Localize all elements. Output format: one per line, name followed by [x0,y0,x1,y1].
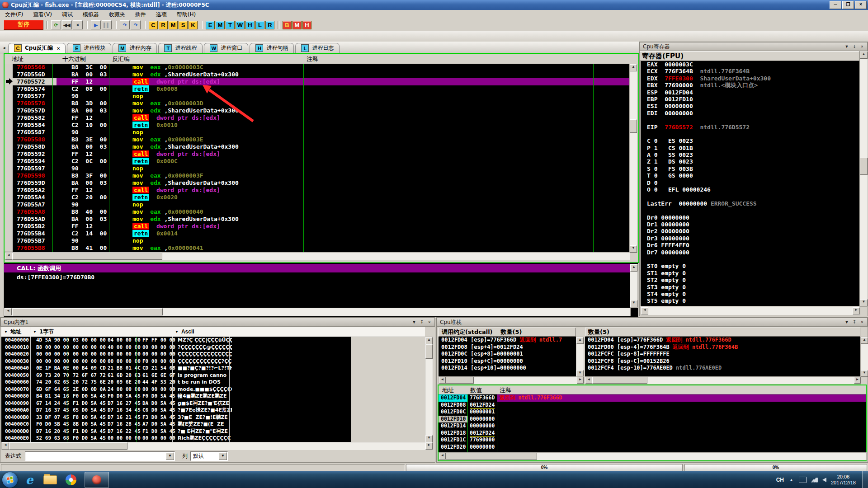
register-line[interactable] [641,131,859,137]
stack-table-row[interactable]: 0012FD180012FD24 [439,430,866,437]
stack-arg-row[interactable]: 0012FD08 [esp+4]=0012FD24 [439,344,576,351]
scroll-right-icon[interactable]: ► [853,307,860,314]
stack-returns-vscrollbar[interactable]: ▲ ▼ [860,337,868,377]
language-indicator[interactable]: CH [776,477,784,483]
register-line[interactable]: EIP 776D5572 ntdll.776D5572 [641,124,859,131]
stack-return-row[interactable]: 0012FD00 [esp-4]=776F364B 返回到 ntdll.776F… [585,344,860,351]
scroll-down-icon[interactable]: ▼ [425,435,433,442]
disasm-row[interactable]: 776D556DBA 00 03mov edx ,SharedUserData+… [5,71,629,78]
registers-hscrollbar[interactable]: ◄ ► [641,307,860,315]
taskbar-item-ie[interactable]: e [20,472,38,488]
column-value[interactable]: 数值 [470,386,482,394]
monitor-icon[interactable] [799,477,807,483]
stack-table-row[interactable]: 0012FD2000000000 [439,444,866,451]
scroll-thumb[interactable] [425,344,433,359]
column-hex[interactable]: 十六进制 [62,55,86,63]
scroll-down-icon[interactable]: ▼ [576,370,584,377]
register-line[interactable]: LastErr 00000000 ERROR_SUCCESS [641,200,859,207]
menu-item[interactable]: 帮助(H) [172,10,201,19]
toolbar-letter-b-button[interactable]: B [283,21,292,29]
disasm-row[interactable]: 776D55B4C2 14 00retn 0x0014 [5,230,629,237]
disasm-row[interactable]: 776D5582FF 12call dword ptr ds:[edx] [5,114,629,122]
scroll-up-icon[interactable]: ▲ [425,337,433,344]
memory-row[interactable]: 004000E052 69 63 68F0 D0 5A 4500 00 00 0… [1,435,351,442]
memory-row[interactable]: 0040009067 14 24 45F1 D0 5A 45D7 16 27 4… [1,400,351,407]
scroll-left-icon[interactable]: ◄ [5,253,12,260]
pin-icon[interactable]: ↧ [851,44,858,50]
disasm-row[interactable]: 776D55A4C2 20 00retn 0x0020 [5,194,629,201]
register-line[interactable]: Dr1 00000000 [641,221,859,228]
toolbar-letter-m-button[interactable]: M [169,21,178,29]
pause-icon[interactable]: ▌▌ [102,20,112,29]
scroll-thumb[interactable] [446,377,474,384]
menu-item[interactable]: 选项 [151,10,172,19]
column-disasm[interactable]: 反汇编 [112,55,130,63]
disasm-row[interactable]: 776D55A2FF 12call dword ptr ds:[edx] [5,187,629,194]
network-icon[interactable] [811,477,818,483]
stack-return-row[interactable]: 0012FCF8 [esp-C]=00152B26 [585,358,860,365]
scroll-down-icon[interactable]: ▼ [860,299,868,306]
toolbar-letter-r-button[interactable]: R [265,21,274,29]
disasm-row[interactable]: 776D5584C2 10 00retn 0x0010 [5,122,629,129]
memory-row[interactable]: 004000C0F0 D0 5B 458B D0 5A 45D7 16 28 4… [1,421,351,428]
disasm-row[interactable]: 776D55ADBA 00 03mov edx ,SharedUserData+… [5,216,629,223]
scroll-down-icon[interactable]: ▼ [861,370,868,377]
register-line[interactable]: D 0 [641,179,859,186]
scroll-up-icon[interactable]: ▲ [630,264,637,272]
disasm-row[interactable]: 776D5592FF 12call dword ptr ds:[edx] [5,150,629,158]
register-line[interactable]: ST1 empty 0 [641,270,859,277]
scroll-right-icon[interactable]: ► [577,377,584,384]
register-line[interactable]: EAX 0000003C [641,61,859,68]
close-icon[interactable]: × [426,319,433,325]
menu-item[interactable]: 查看(V) [28,10,57,19]
info-hscrollbar[interactable]: ◄ [4,308,631,316]
register-line[interactable]: ST4 empty 0 [641,291,859,297]
memory-row[interactable]: 0040003000 00 00 0000 00 00 0000 00 00 0… [1,358,351,365]
register-line[interactable]: Z 1 DS 0023 [641,158,859,165]
scroll-down-icon[interactable]: ▼ [630,245,637,253]
register-line[interactable]: S 0 FS 003B [641,165,859,172]
tab-进程句柄[interactable]: H进程句柄 [250,43,294,53]
register-line[interactable] [641,193,859,200]
register-line[interactable]: A 0 SS 0023 [641,151,859,158]
register-line[interactable]: P 1 CS 001B [641,145,859,151]
run-icon[interactable]: ▶ [91,20,101,29]
disasm-hscrollbar[interactable]: ◄ [5,252,630,260]
register-line[interactable]: O 0 EFL 00000246 [641,186,859,193]
menu-item[interactable]: 调试 [57,10,78,19]
memory-row[interactable]: 004000400E 1F BA 0E00 B4 09 CD21 B8 01 4… [1,365,351,372]
rewind-icon[interactable]: ◀◀ [62,20,72,29]
tab-进程日志[interactable]: L进程日志 [295,43,340,53]
scroll-thumb[interactable] [446,453,537,460]
stack-arg-row[interactable]: 0012FD10 [esp+C]=00000000 [439,358,576,365]
close-window-icon[interactable]: × [73,20,83,29]
stack-table-row[interactable]: 0012FD1C77690000 [439,436,866,444]
register-line[interactable] [641,256,859,263]
menu-item[interactable]: 插件 [130,10,151,19]
tab-进程线程[interactable]: T进程线程 [158,43,203,53]
close-icon[interactable]: × [859,319,865,325]
shade-icon[interactable]: ▼ [411,319,417,325]
column-comment[interactable]: 注释 [307,55,318,63]
scroll-thumb[interactable] [630,119,637,133]
register-line[interactable]: EBP 0012FD10 [641,96,859,103]
disasm-row[interactable]: 776D55A8B8 40 00mov eax ,0x00000040 [5,208,629,216]
toolbar-letter-r-button[interactable]: R [159,21,168,29]
scroll-up-icon[interactable]: ▲ [630,64,637,71]
disasm-row[interactable]: 776D558DBA 00 03mov edx ,SharedUserData+… [5,143,629,150]
memory-row[interactable]: 0040005069 73 20 7072 6F 67 7261 6D 20 6… [1,372,351,379]
memory-row[interactable]: 004000004D 5A 90 0003 00 00 0004 00 00 0… [1,337,351,344]
register-line[interactable]: EDX 7FFE0300 SharedUserData+0x300 [641,75,859,82]
toolbar-letter-h-button[interactable]: H [302,21,311,29]
stack-table-hscrollbar[interactable]: ◄ [439,452,867,460]
toolbar-letter-k-button[interactable]: K [189,21,198,29]
pin-icon[interactable]: ↧ [851,319,858,325]
stack-arg-row[interactable]: 0012FD14 [esp+10]=00000000 [439,365,576,372]
stack-return-row[interactable]: 0012FD04 [esp]=776F366D 返回到 ntdll.776F36… [585,337,860,344]
scroll-up-icon[interactable]: ▲ [576,337,584,344]
disasm-row[interactable]: 776D5568B8 3C 00mov eax ,0x0000003C [5,64,629,71]
toolbar-letter-w-button[interactable]: W [236,21,245,29]
stack-returns-hscrollbar[interactable]: ◄ ► [585,376,861,385]
memory-vscrollbar[interactable]: ▲ ▼ [425,337,433,443]
scroll-down-icon[interactable]: ▼ [630,300,637,307]
